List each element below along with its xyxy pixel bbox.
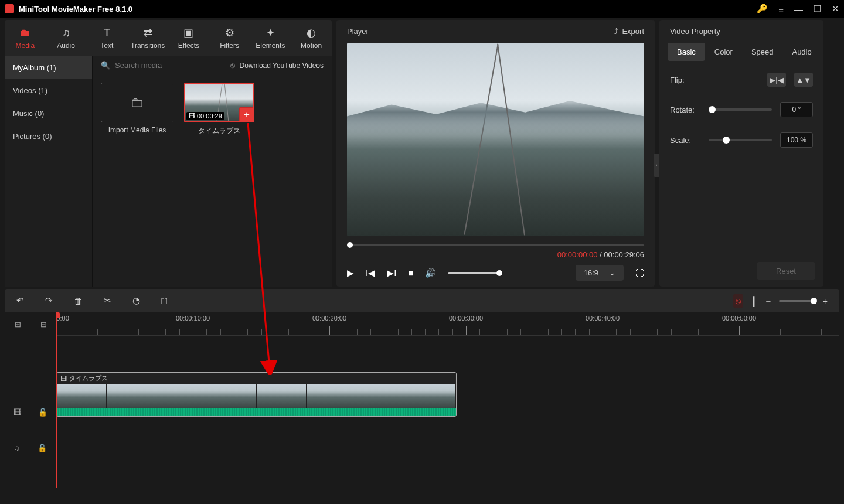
collapse-property-button[interactable]: › xyxy=(654,154,659,177)
track-header-column: ⊞ ⊟ 🎞 🔓 ♫ 🔓 xyxy=(5,312,56,488)
timeline-clip[interactable]: 🎞タイムラプス xyxy=(56,372,457,417)
flip-horizontal-button[interactable]: ▶|◀ xyxy=(767,73,786,87)
ruler-label: 00:00:40:00 xyxy=(586,315,620,322)
prev-frame-button[interactable]: I◀ xyxy=(366,268,375,278)
timeline: ↶ ↷ 🗑 ✂ ◔ ✂⃞ ⎋ ║ − + ⊞ ⊟ 🎞 🔓 ♫ xyxy=(0,289,844,502)
tab-audio-label: Audio xyxy=(57,42,75,50)
album-item-myalbum[interactable]: MyAlbum (1) xyxy=(5,56,92,79)
export-button[interactable]: ⤴Export xyxy=(614,27,644,36)
reset-button[interactable]: Reset xyxy=(757,262,815,280)
player-panel: Player ⤴Export 00:00:00:00 / 00:00:29:06… xyxy=(336,20,655,287)
tab-audio[interactable]: ♫Audio xyxy=(46,20,87,56)
timeline-ruler[interactable]: 00:00 00:00:10:00 00:00:20:00 00:00:30:0… xyxy=(56,312,839,336)
player-viewport xyxy=(347,43,644,236)
undo-button[interactable]: ↶ xyxy=(16,295,24,306)
ruler-label: 00:00:50:00 xyxy=(722,315,756,322)
scale-value[interactable]: 100 % xyxy=(780,132,813,148)
add-track-button[interactable]: ⊞ xyxy=(15,320,21,329)
volume-slider[interactable] xyxy=(448,272,499,274)
scale-slider[interactable] xyxy=(709,139,772,141)
delete-button[interactable]: 🗑 xyxy=(74,296,83,306)
lock-audio-track-button[interactable]: 🔓 xyxy=(38,444,47,452)
total-time: 00:00:29:06 xyxy=(604,250,644,259)
scale-label: Scale: xyxy=(670,136,700,145)
motion-icon: ◐ xyxy=(307,26,316,39)
maximize-button[interactable]: ❐ xyxy=(814,4,821,14)
timeline-tracks[interactable]: 00:00 00:00:10:00 00:00:20:00 00:00:30:0… xyxy=(56,312,839,488)
tab-transitions[interactable]: ⇄Transitions xyxy=(127,20,168,56)
search-icon: 🔍 xyxy=(101,61,110,70)
media-clip[interactable]: 🎞00:00:29 + タイムラプス xyxy=(184,83,254,136)
rotate-value[interactable]: 0 ° xyxy=(780,102,813,117)
film-icon: 🎞 xyxy=(60,375,67,382)
property-panel: › Video Property Basic Color Speed Audio… xyxy=(659,20,823,287)
zoom-slider[interactable] xyxy=(779,300,814,302)
tab-motion[interactable]: ◐Motion xyxy=(291,20,332,56)
video-track[interactable]: 🎞タイムラプス xyxy=(56,372,839,412)
prop-tab-speed[interactable]: Speed xyxy=(742,43,783,61)
tab-text-label: Text xyxy=(100,42,113,50)
redo-button[interactable]: ↷ xyxy=(45,295,53,306)
tab-elements[interactable]: ✦Elements xyxy=(250,20,291,56)
rotate-label: Rotate: xyxy=(670,105,700,114)
add-clip-button[interactable]: + xyxy=(239,107,254,122)
player-progress[interactable] xyxy=(347,242,644,248)
download-youtube-link[interactable]: Download YouTube Videos xyxy=(240,62,324,70)
flip-label: Flip: xyxy=(670,76,700,84)
menu-icon[interactable]: ≡ xyxy=(778,4,784,14)
marker-button[interactable]: ║ xyxy=(751,296,758,306)
import-media-label: Import Media Files xyxy=(101,126,173,134)
lock-video-track-button[interactable]: 🔓 xyxy=(38,408,47,417)
split-button[interactable]: ✂ xyxy=(104,295,111,306)
snap-button[interactable]: ⎋ xyxy=(733,294,743,308)
album-item-pictures[interactable]: Pictures (0) xyxy=(5,125,92,148)
tab-text[interactable]: TText xyxy=(87,20,128,56)
tab-media[interactable]: 🖿Media xyxy=(5,20,46,56)
film-icon: 🎞 xyxy=(189,113,195,120)
prop-tab-color[interactable]: Color xyxy=(705,43,742,61)
close-button[interactable]: ✕ xyxy=(832,4,839,14)
prop-tab-basic[interactable]: Basic xyxy=(668,43,705,61)
fullscreen-button[interactable]: ⛶ xyxy=(635,268,644,278)
clip-thumbnail: 🎞00:00:29 + xyxy=(184,83,254,122)
zoom-out-button[interactable]: − xyxy=(765,296,771,306)
rotate-slider[interactable] xyxy=(709,108,772,111)
filters-icon: ⚙ xyxy=(225,26,234,39)
tab-effects[interactable]: ▣Effects xyxy=(168,20,209,56)
timeline-toolbar: ↶ ↷ 🗑 ✂ ◔ ✂⃞ ⎋ ║ − + xyxy=(5,289,839,312)
effects-icon: ▣ xyxy=(183,26,193,39)
transitions-icon: ⇄ xyxy=(144,26,152,39)
album-item-videos[interactable]: Videos (1) xyxy=(5,79,92,102)
import-media-button[interactable]: 🗀 xyxy=(101,83,173,122)
audio-track-icon: ♫ xyxy=(14,444,20,452)
tab-elements-label: Elements xyxy=(256,42,285,50)
volume-icon[interactable]: 🔊 xyxy=(425,268,436,278)
album-list: MyAlbum (1) Videos (1) Music (0) Picture… xyxy=(5,56,93,287)
collapse-tracks-button[interactable]: ⊟ xyxy=(40,320,47,329)
playhead[interactable] xyxy=(56,312,57,488)
chevron-down-icon: ⌄ xyxy=(609,268,615,277)
license-key-icon[interactable]: 🔑 xyxy=(757,4,768,14)
player-time: 00:00:00:00 / 00:00:29:06 xyxy=(347,250,644,259)
ruler-label: 00:00:20:00 xyxy=(312,315,346,322)
tab-filters-label: Filters xyxy=(220,42,239,50)
album-item-music[interactable]: Music (0) xyxy=(5,102,92,125)
next-frame-button[interactable]: ▶I xyxy=(387,268,396,278)
minimize-button[interactable]: — xyxy=(794,4,803,14)
flip-vertical-button[interactable]: ▲▼ xyxy=(794,73,813,87)
elements-icon: ✦ xyxy=(266,26,275,39)
tab-transitions-label: Transitions xyxy=(131,42,165,50)
speed-button[interactable]: ◔ xyxy=(132,295,140,306)
player-title: Player xyxy=(347,27,369,36)
prop-tab-audio[interactable]: Audio xyxy=(782,43,821,61)
tab-filters[interactable]: ⚙Filters xyxy=(209,20,250,56)
stop-button[interactable]: ■ xyxy=(408,268,413,278)
crop-button[interactable]: ✂⃞ xyxy=(161,296,168,306)
folder-open-icon: 🗀 xyxy=(130,94,144,111)
tab-motion-label: Motion xyxy=(301,42,322,50)
play-button[interactable]: ▶ xyxy=(347,268,354,278)
aspect-ratio-select[interactable]: 16:9⌄ xyxy=(576,265,624,281)
zoom-in-button[interactable]: + xyxy=(822,296,828,306)
source-tabs: 🖿Media ♫Audio TText ⇄Transitions ▣Effect… xyxy=(5,20,332,56)
search-input[interactable] xyxy=(115,61,226,70)
